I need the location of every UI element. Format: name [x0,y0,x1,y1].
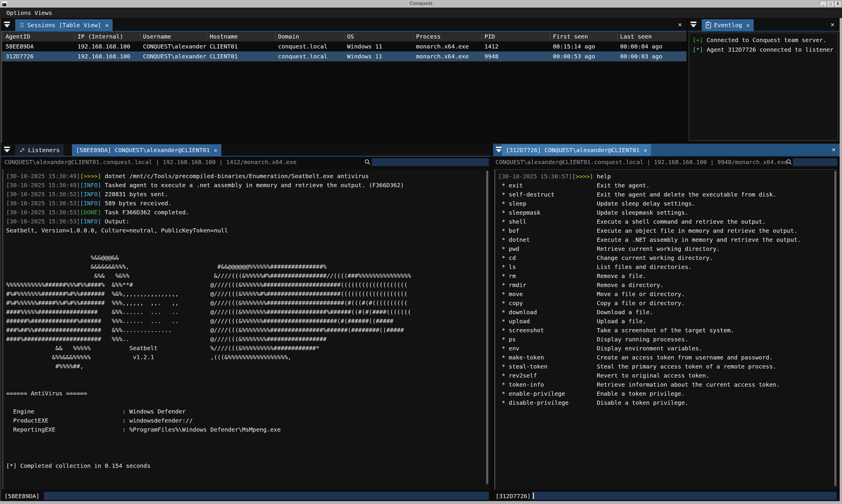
cell: CLIENT01 [210,51,238,61]
column-separator [207,33,207,40]
help-entry-env: * env Display environment variables. [498,344,837,353]
column-header[interactable]: Process [416,32,441,41]
column-header[interactable]: Last seen [620,32,652,41]
terminal-text-line: &%& %&%% &////(((&%%%%%#%###############… [6,271,489,280]
terminal-log-line: [30-10-2025 15:30:57][>>>>] help [498,172,837,181]
column-header[interactable]: Domain [278,32,299,41]
search-input[interactable] [793,158,837,166]
column-header[interactable]: AgentID [5,32,30,41]
cell: conquest.local [278,41,327,51]
search-input[interactable] [372,158,489,166]
cell: CLIENT01 [210,41,238,51]
terminal-text-line: &&&&&&&%%%, #&&@@@@@@%%%%%%#############… [6,262,489,271]
cell: Windows 11 [347,41,382,51]
text-cursor [533,492,534,499]
clipboard-icon [706,22,711,28]
maximize-button[interactable]: □ [827,1,834,7]
terminal-text-line: Engine : Windows Defender [6,407,489,416]
terminal-panel-close-icon[interactable]: ✕ [832,146,836,153]
terminal-log-line: [30-10-2025 15:30:49][INFO] Tasked agent… [6,181,489,190]
sessions-panel-header: ☰ Sessions [Table View] ✕ ✕ [1,19,686,32]
command-prompt-label: [312D7726] [496,492,531,501]
session-row-58EE89DA[interactable]: 58EE89DA192.168.168.100CONQUEST\alexande… [2,41,686,52]
search-icon[interactable] [786,159,792,165]
window-titlebar[interactable]: Conquest _ □ X [0,0,842,7]
column-header[interactable]: Username [143,32,171,41]
command-input-312D7726[interactable] [532,492,837,500]
eventlog-badge: [+] [693,36,703,43]
panel-dropdown-icon[interactable] [496,147,502,153]
terminal-text-line [6,235,489,244]
terminal-output-58EE89DA: [30-10-2025 15:30:49][>>>>] dotnet /mnt/… [2,169,489,489]
close-icon[interactable]: ✕ [214,147,217,153]
menu-views[interactable]: Views [34,7,52,18]
cell: 00:00:04 ago [620,41,663,51]
terminal-log-line: [30-10-2025 15:30:53][INFO] 589 bytes re… [6,199,489,208]
column-header[interactable]: First seen [553,32,588,41]
scrollbar-thumb[interactable] [835,171,837,486]
tab-label: Sessions [Table View] [27,22,101,29]
terminal-text-line [6,452,489,461]
terminal-text-line: %%%%%%%%%%%######%%%#%%####% &%%**# @///… [6,280,489,289]
panel-dropdown-icon[interactable] [4,22,11,28]
terminal-log-line: [30-10-2025 15:30:53][DONE] Task F366D36… [6,208,489,217]
cell: monarch.x64.exe [416,51,469,61]
close-icon[interactable]: ✕ [105,22,108,28]
command-input-58EE89DA[interactable] [44,492,489,500]
sessions-table-header: AgentIDIP (Internal)UsernameHostnameDoma… [2,32,686,41]
column-header[interactable]: IP (Internal) [78,32,123,41]
terminal-text-line: ReportingEXE : %ProgramFiles%\Windows De… [6,425,489,434]
help-entry-sleepmask: * sleepmask Update sleepmask settings. [498,208,837,217]
scrollbar-thumb[interactable] [486,170,488,484]
tab-session-312D7726[interactable]: [312D7726] CONQUEST\alexander@CLIENT01 ✕ [502,144,651,156]
conquest-app-window: Conquest _ □ X Options Views ☰ Sessions … [0,0,842,504]
column-header[interactable]: Hostname [210,32,238,41]
cell: 9948 [484,51,498,61]
tab-session-58EE89DA[interactable]: [58EE89DA] CONQUEST\alexander@CLIENT01 ✕ [72,144,221,156]
session-row-312D7726[interactable]: 312D7726192.168.168.100CONQUEST\alexande… [2,51,686,61]
search-icon[interactable] [364,159,371,165]
terminal-text-line: Seatbelt, Version=1.0.0.0, Culture=neutr… [6,226,489,235]
tab-sessions-table-view[interactable]: ☰ Sessions [Table View] ✕ [15,19,113,31]
panel-dropdown-icon[interactable] [4,147,11,153]
help-entry-ls: * ls List files and directories. [498,263,837,272]
cell: 192.168.168.100 [78,51,131,61]
help-entry-ps: * ps Display running processes. [498,335,837,344]
close-icon[interactable]: ✕ [746,22,749,28]
terminal-text-line: &%%&&&%%%%% v1.2.1 ,(((&%%%%%%%%%%%%%%%%… [6,353,489,362]
terminal-text-line [6,371,489,380]
panel-dropdown-icon[interactable] [690,22,697,28]
terminal-text-line [6,443,489,452]
eventlog-badge: [*] [693,46,703,53]
eventlog-panel-close-icon[interactable]: ✕ [830,21,835,28]
close-icon[interactable]: ✕ [644,147,647,153]
terminal-text-line: ######%#############%###### %%%...... ..… [6,317,489,326]
cell: 00:15:14 ago [553,41,595,51]
sessions-panel-close-icon[interactable]: ✕ [678,21,682,28]
terminal-text-line: && %%%%% Seatbelt %////(((&%%%%%%%%%####… [6,344,489,353]
column-header[interactable]: PID [484,32,495,41]
close-button[interactable]: X [835,1,841,7]
eventlog-line: [*] Agent 312D7726 connected to listener [693,45,834,55]
eventlog-panel-header: Eventlog ✕ ✕ [688,19,840,32]
terminal-text-line: ====== AntiVirus ====== [6,389,489,398]
tab-eventlog[interactable]: Eventlog ✕ [702,19,754,31]
list-icon: ☰ [19,22,24,28]
terminal-text-line: #%%%%##, [6,362,489,371]
column-header[interactable]: OS [347,32,354,41]
terminal-log-line: [30-10-2025 15:30:52][INFO] 228831 bytes… [6,190,489,199]
help-entry-token-info: * token-info Retrieve information about … [498,380,837,389]
sessions-panel: ☰ Sessions [Table View] ✕ ✕ AgentIDIP (I… [1,19,686,143]
terminal-text-line [6,434,489,443]
help-entry-make-token: * make-token Create an access token from… [498,353,837,362]
help-entry-self-destruct: * self-destruct Exit the agent and delet… [498,190,837,199]
tab-listeners[interactable]: Listeners [15,144,64,156]
help-entry-enable-privilege: * enable-privilege Enable a token privil… [498,389,837,398]
help-entry-dotnet: * dotnet Execute a .NET assembly in memo… [498,235,837,245]
help-entry-move: * move Move a file or directory. [498,290,837,299]
terminal-text-line: #%#%%%%%%%#######%#%%####### %&%,,,,,,,,… [6,289,489,299]
minimize-button[interactable]: _ [820,1,827,7]
help-entry-screenshot: * screenshot Take a screenshot of the ta… [498,326,837,335]
cell: 312D7726 [5,51,34,61]
menu-options[interactable]: Options [6,7,31,18]
